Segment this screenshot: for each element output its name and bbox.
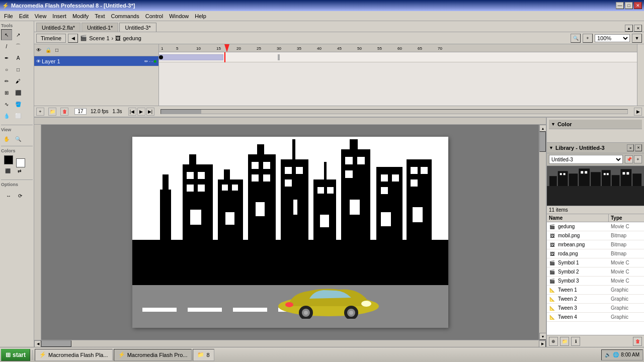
lib-new-folder-btn[interactable]: 📁 [560, 337, 569, 346]
menu-view[interactable]: View [32, 12, 50, 20]
menu-window[interactable]: Window [166, 12, 192, 20]
library-item-4[interactable]: 🖼 roda.png Bitmap [547, 249, 644, 258]
library-pin-btn[interactable]: 📌 [625, 155, 633, 163]
default-colors-btn[interactable]: ⬛ [2, 165, 13, 176]
menu-modify[interactable]: Modify [69, 12, 92, 20]
tab-untitled2[interactable]: Untitled-2.fla* [36, 23, 80, 32]
eyedropper-tool[interactable]: 💧 [1, 110, 12, 121]
timeline-toggle-btn[interactable]: Timeline [36, 34, 66, 43]
timeline-back-btn[interactable]: ◀ [68, 34, 78, 43]
close-button[interactable]: ✕ [634, 2, 642, 9]
zoom-out-btn[interactable]: 🔍 [571, 34, 581, 43]
library-item-10[interactable]: 📐 Tween 3 Graphic [547, 304, 644, 313]
arrow-tool[interactable]: ↖ [1, 29, 12, 40]
add-layer-btn[interactable]: + [36, 108, 44, 116]
hscroll-thumb[interactable] [161, 110, 201, 114]
maximize-button[interactable]: □ [625, 2, 633, 9]
layer-row-1[interactable]: 👁 Layer 1 ✏ · · ■ [34, 56, 158, 66]
library-item-1[interactable]: 🎬 gedung Movie C [547, 222, 644, 231]
menu-commands[interactable]: Commands [108, 12, 142, 20]
hscroll-thumb[interactable] [41, 340, 71, 347]
vscroll-thumb[interactable] [539, 132, 546, 152]
start-button[interactable]: ⊞ start [1, 349, 30, 361]
library-item-6[interactable]: 🎬 Symbol 2 Movie C [547, 267, 644, 277]
add-folder-btn[interactable]: 📁 [48, 108, 56, 116]
library-file-select[interactable]: Untitled-3 [549, 155, 623, 164]
scene-name[interactable]: Scene 1 [89, 35, 109, 41]
freetransform-tool[interactable]: ⊞ [1, 87, 12, 98]
library-options-btn[interactable]: ≡ [627, 144, 634, 151]
last-frame-btn[interactable]: ▶| [146, 108, 154, 116]
zoom-tool[interactable]: 🔍 [13, 133, 24, 144]
menu-edit[interactable]: Edit [16, 12, 32, 20]
fill-tool[interactable]: ⬛ [13, 87, 24, 98]
tab-untitled3[interactable]: Untitled-3* [119, 23, 156, 32]
taskbar-item-3[interactable]: 📁 8 [193, 349, 214, 361]
fill-color[interactable] [16, 158, 25, 167]
vscroll-track[interactable] [539, 132, 546, 333]
brush-tool[interactable]: 🖌 [13, 75, 24, 86]
timeline-vscroll[interactable] [637, 44, 644, 106]
library-item-5[interactable]: 🎬 Symbol 1 Movie C [547, 258, 644, 267]
option-btn-2[interactable]: ⟳ [15, 190, 26, 201]
library-item-9[interactable]: 📐 Tween 2 Graphic [547, 295, 644, 304]
canvas-hscroll[interactable]: ◀ ▶ [34, 340, 546, 347]
hscroll-left-btn[interactable]: ◀ [34, 340, 41, 347]
menu-help[interactable]: Help [192, 12, 209, 20]
lasso-tool[interactable]: ⌒ [13, 41, 24, 52]
tab-restore-btn[interactable]: ▲ [625, 25, 633, 32]
menu-file[interactable]: File [1, 12, 16, 20]
library-item-8[interactable]: 📐 Tween 1 Graphic [547, 286, 644, 295]
pen-tool[interactable]: ✒ [1, 52, 12, 63]
library-close-btn[interactable]: ✕ [635, 144, 642, 151]
taskbar-item-1[interactable]: ⚡ Macromedia Flash Pla... [35, 349, 113, 361]
zoom-select[interactable]: 100% 50% 200% [595, 34, 630, 42]
object-name[interactable]: gedung [123, 35, 141, 41]
delete-layer-btn[interactable]: 🗑 [60, 108, 68, 116]
line-tool[interactable]: / [1, 41, 12, 52]
vscroll-up-btn[interactable]: ▲ [539, 125, 546, 132]
oval-tool[interactable]: ○ [1, 64, 12, 75]
lib-properties-btn[interactable]: ℹ [571, 337, 580, 346]
stage-canvas[interactable] [41, 125, 539, 340]
hscroll-right-btn[interactable]: ▶ [539, 340, 546, 347]
frame-track-layer1[interactable] [159, 52, 637, 62]
svg-rect-20 [263, 174, 270, 182]
subselect-tool[interactable]: ↗ [13, 29, 24, 40]
menu-insert[interactable]: Insert [49, 12, 69, 20]
text-tool[interactable]: A [13, 52, 24, 63]
option-btn-1[interactable]: ↔ [3, 190, 14, 201]
tab-untitled1[interactable]: Untitled-1* [82, 23, 118, 32]
eraser-tool[interactable]: ⬜ [13, 110, 24, 121]
color-panel-title[interactable]: ▼ Color [549, 120, 642, 129]
timeline-hscroll[interactable] [160, 109, 628, 114]
library-item-2[interactable]: 🖼 mobil.png Bitmap [547, 231, 644, 240]
taskbar-item-2[interactable]: ⚡ Macromedia Flash Pro... [114, 349, 192, 361]
lib-new-symbol-btn[interactable]: ⊕ [549, 337, 558, 346]
library-item-7[interactable]: 🎬 Symbol 3 Movie C [547, 277, 644, 286]
first-frame-btn[interactable]: |◀ [128, 108, 136, 116]
pencil-tool[interactable]: ✏ [1, 75, 12, 86]
menu-control[interactable]: Control [142, 12, 166, 20]
paint-tool[interactable]: 🪣 [13, 99, 24, 110]
play-btn[interactable]: ▶ [137, 108, 145, 116]
library-panel-title[interactable]: ▼ Library - Untitled-3 ≡ ✕ [547, 143, 644, 153]
vscroll-down-btn[interactable]: ▼ [539, 333, 546, 340]
menu-text[interactable]: Text [92, 12, 108, 20]
library-item-11[interactable]: 📐 Tween 4 Graphic [547, 313, 644, 322]
hscroll-track[interactable] [41, 340, 539, 347]
lib-delete-btn[interactable]: 🗑 [633, 337, 642, 346]
canvas-vscroll[interactable]: ▲ ▼ [539, 125, 546, 340]
rect-tool[interactable]: □ [13, 64, 24, 75]
minimize-button[interactable]: — [616, 2, 624, 9]
timeline-expand-btn[interactable]: ▶ [634, 108, 642, 116]
zoom-in-btn[interactable]: + [583, 34, 593, 43]
library-new-btn[interactable]: + [634, 155, 642, 163]
ink-tool[interactable]: ∿ [1, 99, 12, 110]
zoom-menu-btn[interactable]: ▼ [632, 34, 642, 43]
tab-close-btn[interactable]: ✕ [634, 25, 642, 32]
frame-tracks[interactable] [159, 52, 637, 106]
hand-tool[interactable]: ✋ [1, 133, 12, 144]
stroke-color[interactable] [4, 155, 13, 164]
library-item-3[interactable]: 🖼 mrbean.png Bitmap [547, 240, 644, 249]
